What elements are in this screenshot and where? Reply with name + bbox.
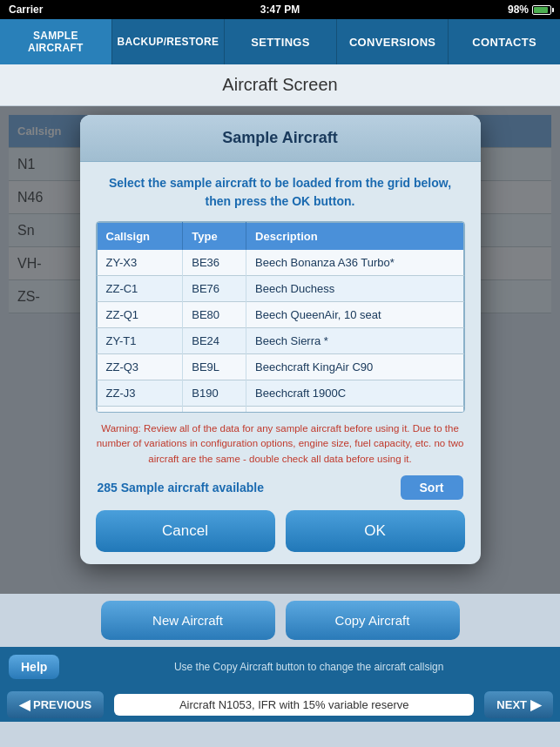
page-title: Aircraft Screen (0, 64, 560, 106)
nav-settings[interactable]: SETTINGS (225, 19, 337, 64)
prev-chevron-icon: ◀ (19, 697, 30, 713)
table-row[interactable]: ZZ-Q3BE9LBeechcraft KingAir C90 (97, 354, 463, 380)
cell-description: Beechcraft KingAir C90 (246, 354, 463, 380)
cell-callsign: ZZ-Q7 (97, 407, 183, 414)
status-bar: Carrier 3:47 PM 98% (0, 0, 560, 19)
cell-description: Beech Sierra * (246, 328, 463, 354)
cell-type: BE24 (183, 328, 246, 354)
col-header-description: Description (246, 223, 463, 251)
main-content: Callsign Type N1 N46 Sn VH- ZS- Sample A… (0, 106, 560, 594)
battery-percent: 98% (508, 3, 529, 16)
new-aircraft-button[interactable]: New Aircraft (101, 601, 275, 640)
table-row[interactable]: ZZ-J3B190Beechcraft 1900C (97, 380, 463, 407)
nav-backup-restore[interactable]: Backup/Restore (112, 19, 226, 64)
nav-footer: ◀ PREVIOUS Aircraft N1053, IFR with 15% … (0, 687, 560, 722)
cell-type: BE9L (183, 354, 246, 380)
nav-conversions[interactable]: CONVERSIONS (337, 19, 449, 64)
modal-instruction: Select the sample aircraft to be loaded … (96, 174, 465, 211)
cell-callsign: ZZ-Q3 (97, 354, 183, 380)
cell-description: Beechcraft 1900C (246, 380, 463, 407)
cell-callsign: ZZ-C1 (97, 276, 183, 302)
modal-instruction-text: Select the sample aircraft to be loaded … (109, 176, 451, 208)
bottom-buttons-row: New Aircraft Copy Aircraft (0, 594, 560, 647)
col-header-type: Type (183, 223, 246, 251)
modal-action-row: Cancel OK (96, 510, 465, 552)
cancel-button[interactable]: Cancel (96, 510, 275, 552)
table-row[interactable]: ZZ-C1BE76Beech Duchess (97, 276, 463, 302)
sample-count: 285 Sample aircraft available (98, 481, 264, 495)
cell-description: Beech Duchess (246, 276, 463, 302)
nav-bar: SAMPLE AIRCRAFT Backup/Restore SETTINGS … (0, 19, 560, 64)
nav-sample-aircraft[interactable]: SAMPLE AIRCRAFT (0, 19, 112, 64)
carrier-label: Carrier (9, 3, 43, 16)
modal-footer-row: 285 Sample aircraft available Sort (96, 475, 465, 500)
cell-callsign: ZY-T1 (97, 328, 183, 354)
nav-contacts[interactable]: CONTACTS (449, 19, 560, 64)
warning-text: Warning: Review all of the data for any … (96, 421, 465, 467)
cell-description: Beech Bonanza A36 Turbo* (246, 250, 463, 276)
modal-header: Sample Aircraft (80, 115, 481, 162)
help-button[interactable]: Help (9, 655, 59, 679)
cell-callsign: ZZ-J3 (97, 380, 183, 407)
modal-dialog: Sample Aircraft Select the sample aircra… (80, 115, 481, 564)
battery-icon (532, 5, 551, 15)
previous-button[interactable]: ◀ PREVIOUS (7, 691, 104, 718)
bottom-bar: Help Use the Copy Aircraft button to cha… (0, 647, 560, 687)
time-label: 3:47 PM (260, 3, 300, 16)
cell-type: BE36 (183, 250, 246, 276)
cell-description: Beechcraft 1900D (246, 407, 463, 414)
cell-type: B190 (183, 380, 246, 407)
aircraft-info-bar: Aircraft N1053, IFR with 15% variable re… (114, 694, 474, 716)
cell-callsign: ZZ-Q1 (97, 302, 183, 328)
bottom-info-text: Use the Copy Aircraft button to change t… (66, 661, 551, 673)
col-header-callsign: Callsign (97, 223, 183, 251)
aircraft-table-body: ZY-X3BE36Beech Bonanza A36 Turbo*ZZ-C1BE… (97, 250, 463, 413)
table-row[interactable]: ZZ-Q1BE80Beech QueenAir, 10 seat (97, 302, 463, 328)
cell-type: BE80 (183, 302, 246, 328)
aircraft-info-text: Aircraft N1053, IFR with 15% variable re… (179, 698, 409, 711)
table-row[interactable]: ZY-X3BE36Beech Bonanza A36 Turbo* (97, 250, 463, 276)
battery-fill (534, 7, 548, 13)
cell-callsign: ZY-X3 (97, 250, 183, 276)
modal-overlay: Sample Aircraft Select the sample aircra… (0, 106, 560, 594)
cell-type: BE76 (183, 276, 246, 302)
modal-title: Sample Aircraft (222, 129, 337, 146)
copy-aircraft-button[interactable]: Copy Aircraft (286, 601, 460, 640)
status-right: 98% (508, 3, 551, 16)
sort-button[interactable]: Sort (401, 475, 463, 500)
modal-table-container[interactable]: Callsign Type Description ZY-X3BE36Beech… (96, 221, 465, 413)
table-row[interactable]: ZZ-Q7B190Beechcraft 1900D (97, 407, 463, 414)
cell-description: Beech QueenAir, 10 seat (246, 302, 463, 328)
ok-button[interactable]: OK (286, 510, 465, 552)
next-chevron-icon: ▶ (530, 697, 541, 713)
modal-aircraft-table: Callsign Type Description ZY-X3BE36Beech… (97, 222, 464, 413)
cell-type: B190 (183, 407, 246, 414)
table-row[interactable]: ZY-T1BE24Beech Sierra * (97, 328, 463, 354)
next-button[interactable]: NEXT ▶ (484, 691, 553, 718)
next-label: NEXT (496, 698, 527, 711)
modal-body: Select the sample aircraft to be loaded … (80, 162, 481, 564)
prev-label: PREVIOUS (33, 698, 91, 711)
table-header-row: Callsign Type Description (97, 223, 463, 251)
